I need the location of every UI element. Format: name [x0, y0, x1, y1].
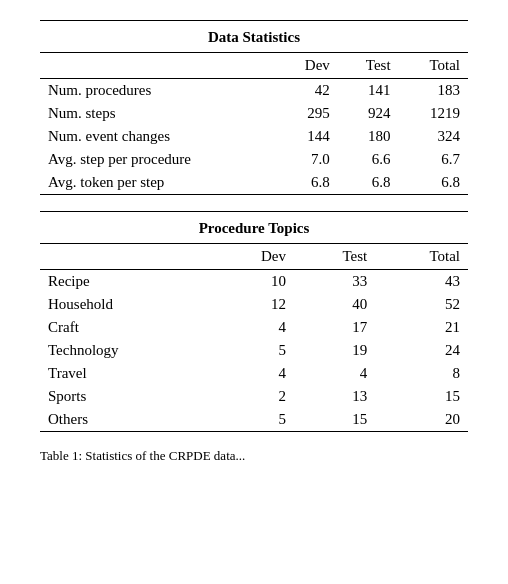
- row-dev: 10: [212, 270, 294, 294]
- row-label: Craft: [40, 316, 212, 339]
- row-test: 33: [294, 270, 375, 294]
- row-dev: 295: [277, 102, 338, 125]
- row-dev: 6.8: [277, 171, 338, 195]
- table-row: Avg. step per procedure 7.0 6.6 6.7: [40, 148, 468, 171]
- col-header-total: Total: [375, 244, 468, 270]
- row-total: 1219: [399, 102, 468, 125]
- row-total: 324: [399, 125, 468, 148]
- row-dev: 12: [212, 293, 294, 316]
- row-total: 43: [375, 270, 468, 294]
- row-dev: 5: [212, 408, 294, 432]
- row-label: Avg. step per procedure: [40, 148, 277, 171]
- row-test: 19: [294, 339, 375, 362]
- row-label: Num. steps: [40, 102, 277, 125]
- row-label: Recipe: [40, 270, 212, 294]
- row-test: 141: [338, 79, 399, 103]
- table-row: Num. steps 295 924 1219: [40, 102, 468, 125]
- row-total: 6.8: [399, 171, 468, 195]
- row-total: 21: [375, 316, 468, 339]
- row-total: 8: [375, 362, 468, 385]
- row-test: 40: [294, 293, 375, 316]
- table-row: Travel 4 4 8: [40, 362, 468, 385]
- procedure-topics-title: Procedure Topics: [40, 212, 468, 244]
- row-total: 52: [375, 293, 468, 316]
- row-dev: 42: [277, 79, 338, 103]
- table-row: Craft 4 17 21: [40, 316, 468, 339]
- row-test: 6.6: [338, 148, 399, 171]
- procedure-topics-section: Procedure Topics Dev Test Total Recipe 1…: [40, 211, 468, 432]
- row-dev: 2: [212, 385, 294, 408]
- row-dev: 4: [212, 362, 294, 385]
- data-statistics-table: Data Statistics Dev Test Total Num. proc…: [40, 20, 468, 195]
- row-test: 180: [338, 125, 399, 148]
- row-label: Technology: [40, 339, 212, 362]
- table-row: Avg. token per step 6.8 6.8 6.8: [40, 171, 468, 195]
- col-header-dev: Dev: [212, 244, 294, 270]
- col-header-empty: [40, 244, 212, 270]
- col-header-empty: [40, 53, 277, 79]
- table-caption: Table 1: Statistics of the CRPDE data...: [40, 448, 468, 464]
- table-row: Num. procedures 42 141 183: [40, 79, 468, 103]
- data-statistics-title: Data Statistics: [40, 21, 468, 53]
- row-label: Avg. token per step: [40, 171, 277, 195]
- row-test: 17: [294, 316, 375, 339]
- col-header-test: Test: [294, 244, 375, 270]
- col-header-total: Total: [399, 53, 468, 79]
- row-label: Travel: [40, 362, 212, 385]
- col-header-dev: Dev: [277, 53, 338, 79]
- table-row: Household 12 40 52: [40, 293, 468, 316]
- row-test: 4: [294, 362, 375, 385]
- row-test: 6.8: [338, 171, 399, 195]
- row-dev: 4: [212, 316, 294, 339]
- row-test: 924: [338, 102, 399, 125]
- page-container: Data Statistics Dev Test Total Num. proc…: [40, 20, 468, 464]
- table-row: Num. event changes 144 180 324: [40, 125, 468, 148]
- row-test: 13: [294, 385, 375, 408]
- row-total: 15: [375, 385, 468, 408]
- row-total: 24: [375, 339, 468, 362]
- row-total: 20: [375, 408, 468, 432]
- table-row: Sports 2 13 15: [40, 385, 468, 408]
- table-row: Technology 5 19 24: [40, 339, 468, 362]
- table-row: Recipe 10 33 43: [40, 270, 468, 294]
- row-total: 183: [399, 79, 468, 103]
- col-header-test: Test: [338, 53, 399, 79]
- row-label: Household: [40, 293, 212, 316]
- row-dev: 5: [212, 339, 294, 362]
- row-label: Num. event changes: [40, 125, 277, 148]
- row-total: 6.7: [399, 148, 468, 171]
- row-label: Num. procedures: [40, 79, 277, 103]
- row-label: Others: [40, 408, 212, 432]
- data-statistics-section: Data Statistics Dev Test Total Num. proc…: [40, 20, 468, 195]
- row-label: Sports: [40, 385, 212, 408]
- row-test: 15: [294, 408, 375, 432]
- table-row: Others 5 15 20: [40, 408, 468, 432]
- row-dev: 144: [277, 125, 338, 148]
- procedure-topics-table: Procedure Topics Dev Test Total Recipe 1…: [40, 211, 468, 432]
- row-dev: 7.0: [277, 148, 338, 171]
